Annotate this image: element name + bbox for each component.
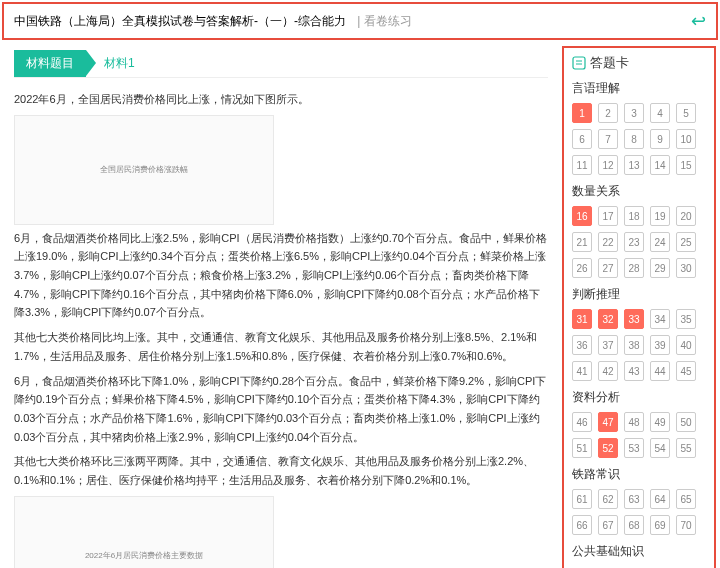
question-box-19[interactable]: 19 — [650, 206, 670, 226]
question-box-55[interactable]: 55 — [676, 438, 696, 458]
question-box-26[interactable]: 26 — [572, 258, 592, 278]
material-tabs: 材料题目 材料1 — [14, 50, 548, 78]
passage-body: 2022年6月，全国居民消费价格同比上涨，情况如下图所示。 全国居民消费价格涨跌… — [14, 90, 548, 568]
header-left: 中国铁路（上海局）全真模拟试卷与答案解析-（一）-综合能力 | 看卷练习 — [14, 13, 412, 30]
question-box-31[interactable]: 31 — [572, 309, 592, 329]
question-box-23[interactable]: 23 — [624, 232, 644, 252]
question-box-11[interactable]: 11 — [572, 155, 592, 175]
question-box-70[interactable]: 70 — [676, 515, 696, 535]
question-grid: 61626364656667686970 — [572, 489, 706, 535]
question-box-65[interactable]: 65 — [676, 489, 696, 509]
question-box-52[interactable]: 52 — [598, 438, 618, 458]
passage-line: 其他七大类价格环比三涨两平两降。其中，交通通信、教育文化娱乐、其他用品及服务价格… — [14, 452, 548, 489]
question-box-54[interactable]: 54 — [650, 438, 670, 458]
question-box-63[interactable]: 63 — [624, 489, 644, 509]
question-box-6[interactable]: 6 — [572, 129, 592, 149]
question-box-61[interactable]: 61 — [572, 489, 592, 509]
question-box-12[interactable]: 12 — [598, 155, 618, 175]
question-box-24[interactable]: 24 — [650, 232, 670, 252]
svg-rect-0 — [573, 57, 585, 69]
question-box-37[interactable]: 37 — [598, 335, 618, 355]
question-box-13[interactable]: 13 — [624, 155, 644, 175]
cpi-line-chart: 全国居民消费价格涨跌幅 — [14, 115, 274, 225]
answer-sections: 言语理解123456789101112131415数量关系16171819202… — [572, 80, 706, 560]
question-box-29[interactable]: 29 — [650, 258, 670, 278]
question-box-40[interactable]: 40 — [676, 335, 696, 355]
question-box-8[interactable]: 8 — [624, 129, 644, 149]
section-title: 数量关系 — [572, 183, 706, 200]
passage-line: 其他七大类价格同比均上涨。其中，交通通信、教育文化娱乐、其他用品及服务价格分别上… — [14, 328, 548, 365]
question-box-20[interactable]: 20 — [676, 206, 696, 226]
section-title: 资料分析 — [572, 389, 706, 406]
tab-material-1[interactable]: 材料1 — [86, 50, 153, 77]
question-grid: 46474849505152535455 — [572, 412, 706, 458]
question-box-68[interactable]: 68 — [624, 515, 644, 535]
header-bar: 中国铁路（上海局）全真模拟试卷与答案解析-（一）-综合能力 | 看卷练习 ↩ — [2, 2, 718, 40]
question-box-22[interactable]: 22 — [598, 232, 618, 252]
question-box-62[interactable]: 62 — [598, 489, 618, 509]
question-grid: 161718192021222324252627282930 — [572, 206, 706, 278]
question-box-28[interactable]: 28 — [624, 258, 644, 278]
question-box-36[interactable]: 36 — [572, 335, 592, 355]
page-subtitle: | 看卷练习 — [357, 14, 411, 28]
question-grid: 313233343536373839404142434445 — [572, 309, 706, 381]
question-box-46[interactable]: 46 — [572, 412, 592, 432]
question-box-18[interactable]: 18 — [624, 206, 644, 226]
back-arrow-icon[interactable]: ↩ — [691, 10, 706, 32]
question-box-30[interactable]: 30 — [676, 258, 696, 278]
question-box-32[interactable]: 32 — [598, 309, 618, 329]
question-box-2[interactable]: 2 — [598, 103, 618, 123]
question-box-64[interactable]: 64 — [650, 489, 670, 509]
question-box-39[interactable]: 39 — [650, 335, 670, 355]
question-box-49[interactable]: 49 — [650, 412, 670, 432]
passage-line: 2022年6月，全国居民消费价格同比上涨，情况如下图所示。 — [14, 90, 548, 109]
tab-label-material: 材料题目 — [14, 50, 86, 77]
question-box-9[interactable]: 9 — [650, 129, 670, 149]
question-box-41[interactable]: 41 — [572, 361, 592, 381]
question-box-33[interactable]: 33 — [624, 309, 644, 329]
card-icon — [572, 56, 586, 70]
question-box-14[interactable]: 14 — [650, 155, 670, 175]
question-box-45[interactable]: 45 — [676, 361, 696, 381]
question-box-38[interactable]: 38 — [624, 335, 644, 355]
answer-card-title: 答题卡 — [590, 54, 629, 72]
question-box-51[interactable]: 51 — [572, 438, 592, 458]
question-box-10[interactable]: 10 — [676, 129, 696, 149]
question-box-67[interactable]: 67 — [598, 515, 618, 535]
answer-card-header: 答题卡 — [572, 54, 706, 72]
question-box-15[interactable]: 15 — [676, 155, 696, 175]
cpi-data-table: 2022年6月居民消费价格主要数据 — [14, 496, 274, 568]
question-box-7[interactable]: 7 — [598, 129, 618, 149]
question-box-21[interactable]: 21 — [572, 232, 592, 252]
page-title: 中国铁路（上海局）全真模拟试卷与答案解析-（一）-综合能力 — [14, 14, 346, 28]
passage-line: 6月，食品烟酒类价格同比上涨2.5%，影响CPI（居民消费价格指数）上涨约0.7… — [14, 229, 548, 322]
question-box-27[interactable]: 27 — [598, 258, 618, 278]
question-box-69[interactable]: 69 — [650, 515, 670, 535]
section-title: 判断推理 — [572, 286, 706, 303]
question-box-43[interactable]: 43 — [624, 361, 644, 381]
question-box-3[interactable]: 3 — [624, 103, 644, 123]
question-box-5[interactable]: 5 — [676, 103, 696, 123]
content-panel: 材料题目 材料1 2022年6月，全国居民消费价格同比上涨，情况如下图所示。 全… — [0, 42, 562, 568]
question-box-66[interactable]: 66 — [572, 515, 592, 535]
question-grid: 123456789101112131415 — [572, 103, 706, 175]
passage-line: 6月，食品烟酒类价格环比下降1.0%，影响CPI下降约0.28个百分点。食品中，… — [14, 372, 548, 447]
question-box-50[interactable]: 50 — [676, 412, 696, 432]
section-title: 言语理解 — [572, 80, 706, 97]
question-box-17[interactable]: 17 — [598, 206, 618, 226]
question-box-16[interactable]: 16 — [572, 206, 592, 226]
question-box-42[interactable]: 42 — [598, 361, 618, 381]
question-box-53[interactable]: 53 — [624, 438, 644, 458]
section-title: 公共基础知识 — [572, 543, 706, 560]
question-box-47[interactable]: 47 — [598, 412, 618, 432]
question-box-1[interactable]: 1 — [572, 103, 592, 123]
answer-card-panel: 答题卡 言语理解123456789101112131415数量关系1617181… — [562, 46, 716, 568]
question-box-25[interactable]: 25 — [676, 232, 696, 252]
question-box-48[interactable]: 48 — [624, 412, 644, 432]
question-box-4[interactable]: 4 — [650, 103, 670, 123]
question-box-35[interactable]: 35 — [676, 309, 696, 329]
section-title: 铁路常识 — [572, 466, 706, 483]
main-area: 材料题目 材料1 2022年6月，全国居民消费价格同比上涨，情况如下图所示。 全… — [0, 42, 720, 568]
question-box-34[interactable]: 34 — [650, 309, 670, 329]
question-box-44[interactable]: 44 — [650, 361, 670, 381]
